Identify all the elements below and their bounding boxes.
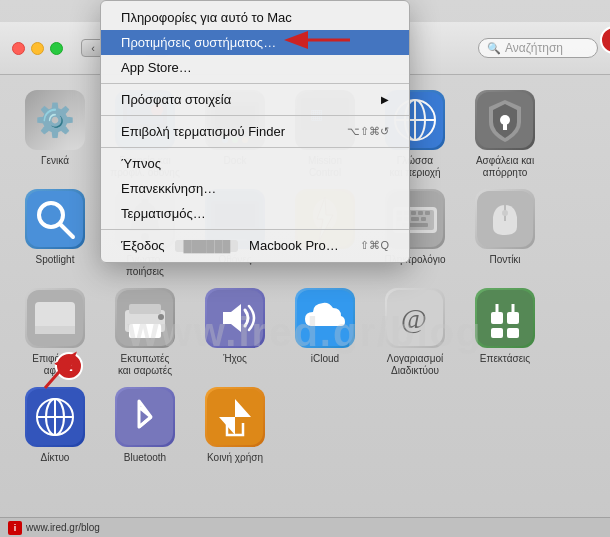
svg-rect-75 bbox=[491, 328, 503, 338]
svg-point-58 bbox=[502, 210, 508, 216]
svg-rect-64 bbox=[129, 304, 161, 314]
icon-internet[interactable]: @ ΛογαριασμοίΔιαδικτύου bbox=[370, 288, 460, 377]
icon-icloud[interactable]: iCloud bbox=[280, 288, 370, 377]
menu-item-system-prefs-label: Προτιμήσεις συστήματος… bbox=[121, 35, 276, 50]
svg-point-66 bbox=[158, 314, 164, 320]
search-placeholder: Αναζήτηση bbox=[505, 41, 563, 55]
svg-rect-50 bbox=[425, 211, 430, 215]
menu-divider-4 bbox=[101, 229, 409, 230]
menu-item-force-quit-label: Επιβολή τερματισμού Finder bbox=[121, 124, 285, 139]
bottom-bar: i www.ired.gr/blog bbox=[0, 517, 610, 537]
menu-item-about[interactable]: Πληροφορίες για αυτό το Mac bbox=[101, 5, 409, 30]
dropdown-menu: Πληροφορίες για αυτό το Mac Προτιμήσεις … bbox=[100, 0, 410, 263]
arrow-annotation-2 bbox=[35, 348, 85, 398]
svg-line-87 bbox=[45, 356, 73, 388]
ired-logo-letter: i bbox=[14, 523, 17, 533]
icon-mouse[interactable]: Ποντίκι bbox=[460, 189, 550, 278]
svg-rect-73 bbox=[491, 312, 503, 324]
icon-general-label: Γενικά bbox=[41, 155, 69, 167]
menu-item-shutdown[interactable]: Τερματισμός… bbox=[101, 201, 409, 226]
close-button[interactable] bbox=[12, 42, 25, 55]
menu-item-restart-label: Επανεκκίνηση… bbox=[121, 181, 216, 196]
menu-item-appstore[interactable]: App Store… bbox=[101, 55, 409, 80]
logout-shortcut: ⇧⌘Q bbox=[360, 239, 389, 252]
icon-internet-label: ΛογαριασμοίΔιαδικτύου bbox=[387, 353, 443, 377]
menu-item-force-quit[interactable]: Επιβολή τερματισμού Finder ⌥⇧⌘↺ bbox=[101, 119, 409, 144]
menu-item-logout-label: Έξοδος ██████ Macbook Pro… bbox=[121, 238, 339, 253]
menu-divider-2 bbox=[101, 115, 409, 116]
icon-general[interactable]: ⚙️ Γενικά bbox=[10, 90, 100, 179]
zoom-button[interactable] bbox=[50, 42, 63, 55]
menu-item-recent[interactable]: Πρόσφατα στοιχεία ▶ bbox=[101, 87, 409, 112]
icon-extensions-label: Επεκτάσεις bbox=[480, 353, 530, 365]
svg-rect-27 bbox=[503, 123, 507, 130]
submenu-arrow-icon: ▶ bbox=[381, 94, 389, 105]
minimize-button[interactable] bbox=[31, 42, 44, 55]
search-icon: 🔍 bbox=[487, 42, 501, 55]
icon-mouse-label: Ποντίκι bbox=[489, 254, 520, 266]
main-window: ‹ › ⠿ 🔍 Αναζήτηση ⚙️ Γενικά Γραφείο καιπ… bbox=[0, 0, 610, 537]
ired-logo: i bbox=[8, 521, 22, 535]
bottom-bar-url: www.ired.gr/blog bbox=[26, 522, 100, 533]
svg-rect-54 bbox=[421, 217, 426, 221]
svg-rect-72 bbox=[477, 290, 533, 346]
search-box[interactable]: 🔍 Αναζήτηση bbox=[478, 38, 598, 58]
svg-rect-49 bbox=[418, 211, 423, 215]
menu-divider-3 bbox=[101, 147, 409, 148]
icon-print-label: Εκτυπωτέςκαι σαρωτές bbox=[118, 353, 172, 377]
menu-item-restart[interactable]: Επανεκκίνηση… bbox=[101, 176, 409, 201]
menu-item-appstore-label: App Store… bbox=[121, 60, 192, 75]
icon-security[interactable]: Ασφάλεια καιαπόρρητο bbox=[460, 90, 550, 179]
icon-network[interactable]: Δίκτυο bbox=[10, 387, 100, 464]
svg-rect-76 bbox=[507, 328, 519, 338]
svg-rect-48 bbox=[411, 211, 416, 215]
svg-rect-74 bbox=[507, 312, 519, 324]
svg-rect-61 bbox=[35, 326, 75, 334]
svg-text:@: @ bbox=[401, 303, 427, 334]
icon-spotlight-label: Spotlight bbox=[36, 254, 75, 266]
icon-sharing-label: Κοινή χρήση bbox=[207, 452, 263, 464]
menu-item-system-prefs[interactable]: Προτιμήσεις συστήματος… bbox=[101, 30, 409, 55]
svg-rect-53 bbox=[411, 217, 419, 221]
menu-item-about-label: Πληροφορίες για αυτό το Mac bbox=[121, 10, 292, 25]
menu-item-shutdown-label: Τερματισμός… bbox=[121, 206, 206, 221]
icon-security-label: Ασφάλεια καιαπόρρητο bbox=[476, 155, 534, 179]
icon-bluetooth-label: Bluetooth bbox=[124, 452, 166, 464]
menu-divider-1 bbox=[101, 83, 409, 84]
icon-network-label: Δίκτυο bbox=[41, 452, 70, 464]
menu-item-recent-label: Πρόσφατα στοιχεία bbox=[121, 92, 231, 107]
icon-print[interactable]: Εκτυπωτέςκαι σαρωτές bbox=[100, 288, 190, 377]
svg-rect-65 bbox=[129, 324, 161, 338]
icon-sound[interactable]: Ήχος bbox=[190, 288, 280, 377]
menu-item-sleep[interactable]: Ύπνος bbox=[101, 151, 409, 176]
svg-rect-28 bbox=[27, 191, 83, 247]
arrow-annotation-1 bbox=[280, 20, 360, 60]
traffic-lights bbox=[12, 42, 63, 55]
icon-extensions[interactable]: Επεκτάσεις bbox=[460, 288, 550, 377]
icon-bluetooth[interactable]: Bluetooth bbox=[100, 387, 190, 464]
force-quit-shortcut: ⌥⇧⌘↺ bbox=[347, 125, 389, 138]
svg-rect-82 bbox=[117, 389, 173, 445]
icon-spotlight[interactable]: Spotlight bbox=[10, 189, 100, 278]
menu-item-sleep-label: Ύπνος bbox=[121, 156, 161, 171]
icon-sharing[interactable]: Κοινή χρήση bbox=[190, 387, 280, 464]
icon-sound-label: Ήχος bbox=[223, 353, 247, 365]
icon-icloud-label: iCloud bbox=[311, 353, 339, 365]
menu-item-logout[interactable]: Έξοδος ██████ Macbook Pro… ⇧⌘Q bbox=[101, 233, 409, 258]
